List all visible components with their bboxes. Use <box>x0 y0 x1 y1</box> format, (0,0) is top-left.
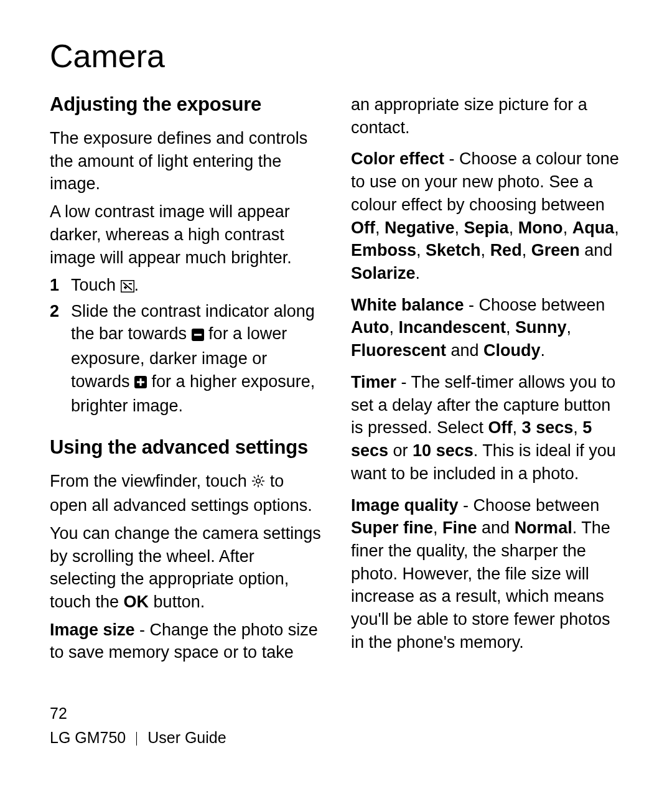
image-quality-paragraph: Image quality - Choose between Super fin… <box>351 494 622 654</box>
svg-line-13 <box>254 484 256 486</box>
exposure-paragraph-1: The exposure defines and controls the am… <box>50 127 321 195</box>
page-footer: 72 LG GM750 User Guide <box>50 703 226 749</box>
step-touch-exposure: Touch . <box>50 274 321 298</box>
two-column-layout: Adjusting the exposure The exposure defi… <box>50 93 622 669</box>
manual-page: Camera Adjusting the exposure The exposu… <box>0 0 672 786</box>
svg-rect-5 <box>140 378 142 386</box>
settings-gear-icon <box>251 471 265 494</box>
footer-model: LG GM750 <box>50 729 126 746</box>
white-balance-paragraph: White balance - Choose between Auto, Inc… <box>351 294 622 362</box>
advanced-paragraph-1: From the viewfinder, touch to open all a… <box>50 470 321 517</box>
svg-line-12 <box>261 484 263 486</box>
heading-adjusting-exposure: Adjusting the exposure <box>50 93 321 116</box>
color-effect-paragraph: Color effect - Choose a colour tone to u… <box>351 147 622 284</box>
svg-point-6 <box>256 479 260 483</box>
exposure-icon <box>121 276 134 299</box>
step1-text-a: Touch <box>71 276 121 294</box>
svg-rect-2 <box>194 334 202 336</box>
left-column: Adjusting the exposure The exposure defi… <box>50 93 321 669</box>
heading-advanced-settings: Using the advanced settings <box>50 436 321 459</box>
svg-line-14 <box>261 477 263 479</box>
adv-p1-text-a: From the viewfinder, touch <box>50 472 251 490</box>
image-size-label: Image size <box>50 620 135 639</box>
page-number: 72 <box>50 703 226 724</box>
footer-guide: User Guide <box>147 729 226 746</box>
exposure-steps: Touch . Slide the contrast indicator alo… <box>50 274 321 417</box>
contact-continuation: an appropriate size picture for a contac… <box>351 93 622 139</box>
adv-p2-text-b: button. <box>149 592 205 611</box>
step-slide-contrast: Slide the contrast indicator along the b… <box>50 300 321 418</box>
timer-paragraph: Timer - The self-timer allows you to set… <box>351 371 622 485</box>
image-size-paragraph: Image size - Change the photo size to sa… <box>50 619 321 664</box>
timer-label: Timer <box>351 373 396 391</box>
white-balance-label: White balance <box>351 296 464 314</box>
svg-line-11 <box>254 477 256 479</box>
color-effect-label: Color effect <box>351 149 444 168</box>
page-title: Camera <box>50 37 622 75</box>
exposure-paragraph-2: A low contrast image will appear darker,… <box>50 200 321 269</box>
ok-label: OK <box>124 592 149 611</box>
plus-icon <box>134 372 147 395</box>
image-quality-label: Image quality <box>351 496 459 515</box>
step1-text-b: . <box>134 276 139 294</box>
right-column: an appropriate size picture for a contac… <box>351 93 622 669</box>
advanced-paragraph-2: You can change the camera settings by sc… <box>50 522 321 614</box>
minus-icon <box>192 324 204 347</box>
footer-divider <box>136 732 137 746</box>
